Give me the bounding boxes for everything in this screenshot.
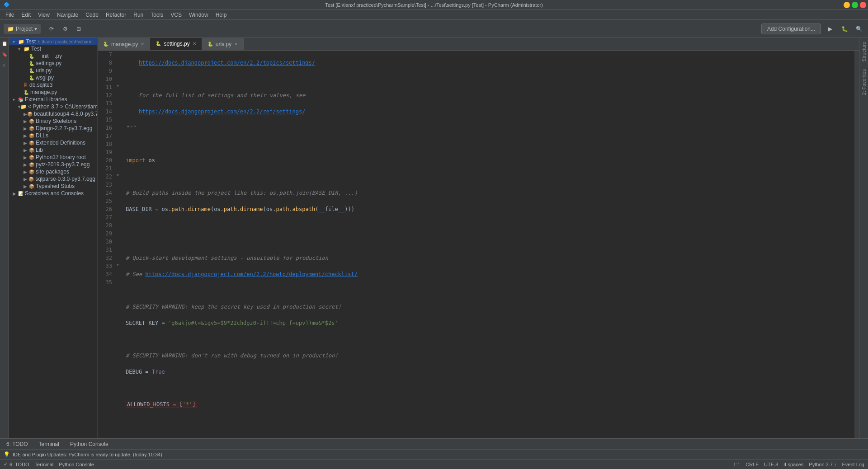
editor-container[interactable]: 7 8 9 10 11 12 13 14 15 16 17 18 19 20 2… xyxy=(98,51,859,448)
tree-item-test-root[interactable]: ▾ 📁 Test E:\tianxf practiced\Pycharm xyxy=(9,38,97,45)
tree-arrow: ▶ xyxy=(24,112,27,117)
tree-arrow: ▶ xyxy=(24,148,29,153)
app-icon: 🔷 xyxy=(4,2,10,8)
tree-item-dlls[interactable]: ▶ 📦 DLLs xyxy=(9,132,97,139)
maximize-button[interactable] xyxy=(852,2,858,8)
favorites-label[interactable]: 2: Favorites xyxy=(860,66,868,98)
tree-item-test-sub[interactable]: ▾ 📁 Test xyxy=(9,45,97,52)
event-log[interactable]: Event Log xyxy=(842,462,864,467)
menu-help[interactable]: Help xyxy=(212,11,231,19)
menu-edit[interactable]: Edit xyxy=(18,11,34,19)
menu-run[interactable]: Run xyxy=(130,11,147,19)
fold-arrow-11[interactable]: ▾ xyxy=(117,83,119,88)
py-icon: 🐍 xyxy=(29,54,34,59)
tree-item-scratches[interactable]: ▶ 📝 Scratches and Consoles xyxy=(9,190,97,197)
fold-arrow-22[interactable]: ▾ xyxy=(117,173,119,178)
tree-item-manage[interactable]: 🐍 manage.py xyxy=(9,89,97,96)
tree-item-db[interactable]: 🗄 db.sqlite3 xyxy=(9,81,97,89)
folder-icon: 📁 xyxy=(7,26,14,32)
menu-code[interactable]: Code xyxy=(82,11,102,19)
menu-view[interactable]: View xyxy=(34,11,53,19)
minimize-button[interactable] xyxy=(844,2,850,8)
line-num: 9 xyxy=(98,67,112,75)
tree-label: wsgi.py xyxy=(36,75,54,81)
tree-item-sqlparse[interactable]: ▶ 📦 sqlparse-0.3.0-py3.7.egg xyxy=(9,175,97,183)
line-num: 20 xyxy=(98,156,112,164)
tree-item-pytz[interactable]: ▶ 📦 pytz-2019.3-py3.7.egg xyxy=(9,161,97,168)
line-num: 7 xyxy=(98,51,112,59)
tree-item-lib[interactable]: ▶ 📦 Lib xyxy=(9,146,97,154)
tree-arrow: ▶ xyxy=(24,155,29,160)
tree-item-python37[interactable]: ▾ 📁 < Python 3.7 > C:\Users\tiam xyxy=(9,103,97,110)
line-num: 19 xyxy=(98,148,112,156)
line-num: 34 xyxy=(98,270,112,278)
tab-label: 6: TODO xyxy=(6,441,28,447)
status-terminal[interactable]: Terminal xyxy=(35,462,54,467)
code-line-9: For the full list of settings and their … xyxy=(126,91,854,99)
tab-close[interactable]: ✕ xyxy=(193,41,196,46)
toolbar-left: 📁 Project ▾ ⟳ ⚙ ⊟ xyxy=(4,23,84,34)
code-line-14 xyxy=(126,173,854,181)
tab-manage[interactable]: 🐍 manage.py ✕ xyxy=(98,38,150,50)
project-icon[interactable]: 📋 xyxy=(1,40,8,47)
tree-item-django[interactable]: ▶ 📦 Django-2.2.7-py3.7.egg xyxy=(9,125,97,132)
tab-close[interactable]: ✕ xyxy=(141,42,144,47)
tabs-bar: 🐍 manage.py ✕ 🐍 settings.py ✕ 🐍 urls.py … xyxy=(98,38,859,51)
bottom-tab-terminal[interactable]: Terminal xyxy=(34,440,64,448)
debug-icon[interactable]: 🐛 xyxy=(839,23,850,34)
title-bar: 🔷 Test [E:\tianxf practiced\PycharmSampl… xyxy=(0,0,868,10)
tab-close[interactable]: ✕ xyxy=(234,42,238,47)
editor-area: 🐍 manage.py ✕ 🐍 settings.py ✕ 🐍 urls.py … xyxy=(98,38,859,448)
tree-item-ext-libs[interactable]: ▾ 📚 External Libraries xyxy=(9,96,97,103)
tree-label: < Python 3.7 > C:\Users\tiam xyxy=(28,103,97,110)
run-icon[interactable]: ▶ xyxy=(825,23,835,34)
menu-vcs[interactable]: VCS xyxy=(167,11,185,19)
line-num: 26 xyxy=(98,205,112,213)
menu-tools[interactable]: Tools xyxy=(147,11,167,19)
gear-icon[interactable]: ⚙ xyxy=(60,23,71,34)
bottom-tab-todo[interactable]: 6: TODO xyxy=(2,440,33,448)
status-python-console[interactable]: Python Console xyxy=(59,462,94,467)
tab-label: Terminal xyxy=(39,441,59,447)
tree-item-settings[interactable]: 🐍 settings.py xyxy=(9,60,97,67)
close-button[interactable] xyxy=(860,2,866,8)
tree-item-init[interactable]: 🐍 __init__.py xyxy=(9,52,97,60)
tree-arrow: ▶ xyxy=(24,177,28,182)
bookmark-icon[interactable]: 🔖 xyxy=(1,51,8,58)
tree-item-extended-defs[interactable]: ▶ 📦 Extended Definitions xyxy=(9,139,97,146)
line-num: 21 xyxy=(98,164,112,173)
left-sidebar-icons: 📋 🔖 ≡ xyxy=(0,38,9,448)
menu-window[interactable]: Window xyxy=(185,11,212,19)
status-todo[interactable]: ✓ 6: TODO xyxy=(4,461,29,467)
structure-label[interactable]: Structure xyxy=(860,38,868,66)
tree-item-beautifulsoup[interactable]: ▶ 📦 beautifulsoup4-4.8.0-py3.7 xyxy=(9,110,97,117)
tree-item-binary-skeletons[interactable]: ▶ 📦 Binary Skeletons xyxy=(9,117,97,125)
menu-file[interactable]: File xyxy=(2,11,18,19)
code-content[interactable]: https://docs.djangoproject.com/en/2.2/to… xyxy=(122,51,854,448)
tab-urls[interactable]: 🐍 urls.py ✕ xyxy=(202,38,244,50)
menu-navigate[interactable]: Navigate xyxy=(53,11,82,19)
sync-icon[interactable]: ⟳ xyxy=(46,23,57,34)
add-configuration-button[interactable]: Add Configuration... xyxy=(761,23,821,34)
code-line-27 xyxy=(126,384,854,392)
tree-item-urls[interactable]: 🐍 urls.py xyxy=(9,67,97,74)
right-scrollbar[interactable] xyxy=(854,51,859,448)
tree-item-typeshed[interactable]: ▶ 📦 Typeshed Stubs xyxy=(9,183,97,190)
tree-item-site-packages[interactable]: ▶ 📦 site-packages xyxy=(9,168,97,175)
project-panel: ▾ 📁 Test E:\tianxf practiced\Pycharm ▾ 📁… xyxy=(9,38,98,448)
bottom-tab-python-console[interactable]: Python Console xyxy=(66,440,113,448)
collapse-icon[interactable]: ⊟ xyxy=(73,23,84,34)
project-dropdown[interactable]: 📁 Project ▾ xyxy=(4,24,41,34)
main-content: 📋 🔖 ≡ ▾ 📁 Test E:\tianxf practiced\Pycha… xyxy=(0,38,868,448)
fold-arrow-33[interactable]: ▾ xyxy=(117,262,119,267)
status-bar: ✓ 6: TODO Terminal Python Console 1:1 CR… xyxy=(0,459,868,469)
line-numbers: 7 8 9 10 11 12 13 14 15 16 17 18 19 20 2… xyxy=(98,51,116,448)
search-icon[interactable]: 🔍 xyxy=(854,23,864,34)
structure-side-icon[interactable]: ≡ xyxy=(1,61,8,69)
code-line-18 xyxy=(126,238,854,246)
tab-settings[interactable]: 🐍 settings.py ✕ xyxy=(150,38,202,50)
tree-item-python37-lib[interactable]: ▶ 📦 Python37 library root xyxy=(9,154,97,161)
code-line-24 xyxy=(126,335,854,343)
menu-refactor[interactable]: Refactor xyxy=(102,11,130,19)
tree-item-wsgi[interactable]: 🐍 wsgi.py xyxy=(9,74,97,81)
